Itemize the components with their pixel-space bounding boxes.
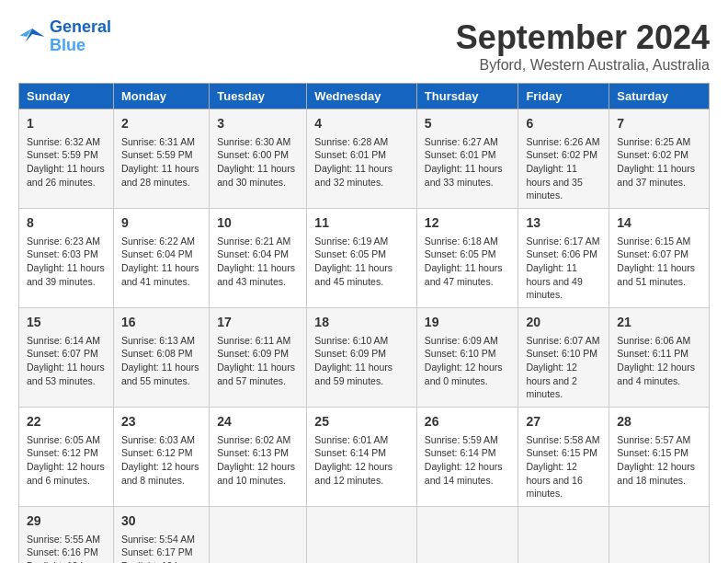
daylight: Daylight: 11 hours and 32 minutes. bbox=[314, 162, 409, 189]
day-number: 25 bbox=[314, 413, 409, 431]
day-info: Sunrise: 6:03 AM Sunset: 6:12 PM Dayligh… bbox=[121, 433, 201, 488]
sunrise: Sunrise: 6:22 AM bbox=[121, 235, 201, 248]
day-number: 30 bbox=[121, 512, 201, 531]
logo-text: General Blue bbox=[50, 18, 111, 55]
day-info: Sunrise: 6:17 AM Sunset: 6:06 PM Dayligh… bbox=[526, 235, 601, 302]
day-info: Sunrise: 5:57 AM Sunset: 6:15 PM Dayligh… bbox=[617, 433, 701, 488]
calendar-cell: 17 Sunrise: 6:11 AM Sunset: 6:09 PM Dayl… bbox=[210, 308, 307, 408]
sunset: Sunset: 6:05 PM bbox=[425, 247, 511, 261]
day-number: 7 bbox=[617, 115, 701, 133]
week-row-4: 22 Sunrise: 6:05 AM Sunset: 6:12 PM Dayl… bbox=[19, 408, 710, 507]
week-row-1: 1 Sunrise: 6:32 AM Sunset: 5:59 PM Dayli… bbox=[19, 109, 710, 209]
day-info: Sunrise: 5:59 AM Sunset: 6:14 PM Dayligh… bbox=[425, 433, 511, 488]
sunrise: Sunrise: 6:05 AM bbox=[27, 433, 106, 447]
calendar-cell: 19 Sunrise: 6:09 AM Sunset: 6:10 PM Dayl… bbox=[416, 308, 518, 408]
sunset: Sunset: 6:10 PM bbox=[425, 347, 511, 361]
col-monday: Monday bbox=[113, 84, 209, 109]
sunrise: Sunrise: 6:19 AM bbox=[314, 235, 409, 248]
svg-marker-0 bbox=[26, 29, 45, 42]
daylight: Daylight: 11 hours and 59 minutes. bbox=[314, 361, 409, 387]
calendar-cell: 5 Sunrise: 6:27 AM Sunset: 6:01 PM Dayli… bbox=[416, 109, 518, 209]
calendar-cell: 10 Sunrise: 6:21 AM Sunset: 6:04 PM Dayl… bbox=[210, 209, 307, 308]
sunset: Sunset: 6:15 PM bbox=[526, 446, 601, 460]
daylight: Daylight: 11 hours and 28 minutes. bbox=[121, 162, 201, 189]
calendar-cell: 3 Sunrise: 6:30 AM Sunset: 6:00 PM Dayli… bbox=[210, 109, 307, 209]
calendar-cell: 24 Sunrise: 6:02 AM Sunset: 6:13 PM Dayl… bbox=[210, 408, 307, 507]
calendar-cell: 7 Sunrise: 6:25 AM Sunset: 6:02 PM Dayli… bbox=[609, 109, 710, 209]
day-number: 6 bbox=[526, 115, 601, 133]
day-info: Sunrise: 6:27 AM Sunset: 6:01 PM Dayligh… bbox=[425, 135, 511, 190]
sunrise: Sunrise: 5:57 AM bbox=[617, 433, 701, 447]
daylight: Daylight: 12 hours and 16 minutes. bbox=[526, 460, 601, 500]
daylight: Daylight: 11 hours and 49 minutes. bbox=[526, 261, 601, 302]
day-number: 29 bbox=[27, 512, 106, 531]
day-info: Sunrise: 6:14 AM Sunset: 6:07 PM Dayligh… bbox=[27, 334, 106, 388]
calendar-cell: 18 Sunrise: 6:10 AM Sunset: 6:09 PM Dayl… bbox=[307, 308, 417, 408]
day-number: 27 bbox=[526, 413, 601, 431]
calendar-cell bbox=[609, 507, 710, 563]
sunrise: Sunrise: 6:13 AM bbox=[121, 334, 201, 348]
col-sunday: Sunday bbox=[19, 84, 114, 109]
day-number: 8 bbox=[27, 214, 106, 233]
sunset: Sunset: 6:09 PM bbox=[217, 347, 299, 361]
sunset: Sunset: 6:09 PM bbox=[314, 347, 409, 361]
day-info: Sunrise: 6:22 AM Sunset: 6:04 PM Dayligh… bbox=[121, 235, 201, 289]
sunrise: Sunrise: 6:01 AM bbox=[314, 433, 409, 447]
day-info: Sunrise: 6:09 AM Sunset: 6:10 PM Dayligh… bbox=[425, 334, 511, 388]
sunrise: Sunrise: 6:23 AM bbox=[27, 235, 106, 248]
page-header: General Blue September 2024 Byford, West… bbox=[18, 18, 710, 74]
sunset: Sunset: 6:08 PM bbox=[121, 347, 201, 361]
day-info: Sunrise: 6:21 AM Sunset: 6:04 PM Dayligh… bbox=[217, 235, 299, 289]
daylight: Daylight: 12 hours and 4 minutes. bbox=[617, 361, 701, 387]
day-number: 17 bbox=[217, 314, 299, 332]
calendar-cell: 14 Sunrise: 6:15 AM Sunset: 6:07 PM Dayl… bbox=[609, 209, 710, 308]
calendar-cell: 27 Sunrise: 5:58 AM Sunset: 6:15 PM Dayl… bbox=[518, 408, 609, 507]
day-number: 26 bbox=[425, 413, 511, 431]
day-info: Sunrise: 6:26 AM Sunset: 6:02 PM Dayligh… bbox=[526, 135, 601, 202]
daylight: Daylight: 12 hours and 2 minutes. bbox=[526, 361, 601, 401]
daylight: Daylight: 11 hours and 45 minutes. bbox=[314, 261, 409, 288]
daylight: Daylight: 11 hours and 30 minutes. bbox=[217, 162, 299, 189]
day-info: Sunrise: 6:28 AM Sunset: 6:01 PM Dayligh… bbox=[314, 135, 409, 190]
calendar-cell: 6 Sunrise: 6:26 AM Sunset: 6:02 PM Dayli… bbox=[518, 109, 609, 209]
sunrise: Sunrise: 6:06 AM bbox=[617, 334, 701, 348]
daylight: Daylight: 11 hours and 43 minutes. bbox=[217, 261, 299, 288]
sunrise: Sunrise: 6:10 AM bbox=[314, 334, 409, 348]
header-row: Sunday Monday Tuesday Wednesday Thursday… bbox=[19, 84, 710, 109]
calendar-table: Sunday Monday Tuesday Wednesday Thursday… bbox=[18, 83, 710, 563]
day-number: 9 bbox=[121, 214, 201, 233]
day-info: Sunrise: 6:07 AM Sunset: 6:10 PM Dayligh… bbox=[526, 334, 601, 401]
day-number: 5 bbox=[425, 115, 511, 133]
sunset: Sunset: 5:59 PM bbox=[121, 148, 201, 162]
day-number: 22 bbox=[27, 413, 106, 431]
sunset: Sunset: 5:59 PM bbox=[27, 148, 106, 162]
daylight: Daylight: 11 hours and 35 minutes. bbox=[526, 162, 601, 202]
col-friday: Friday bbox=[518, 84, 609, 109]
calendar-cell: 25 Sunrise: 6:01 AM Sunset: 6:14 PM Dayl… bbox=[307, 408, 417, 507]
calendar-cell: 11 Sunrise: 6:19 AM Sunset: 6:05 PM Dayl… bbox=[307, 209, 417, 308]
day-number: 13 bbox=[526, 214, 601, 233]
sunset: Sunset: 6:15 PM bbox=[617, 446, 701, 460]
day-number: 16 bbox=[121, 314, 201, 332]
daylight: Daylight: 11 hours and 57 minutes. bbox=[217, 361, 299, 387]
day-info: Sunrise: 6:11 AM Sunset: 6:09 PM Dayligh… bbox=[217, 334, 299, 388]
day-info: Sunrise: 6:06 AM Sunset: 6:11 PM Dayligh… bbox=[617, 334, 701, 388]
day-info: Sunrise: 5:58 AM Sunset: 6:15 PM Dayligh… bbox=[526, 433, 601, 500]
daylight: Daylight: 12 hours and 12 minutes. bbox=[314, 460, 409, 487]
week-row-2: 8 Sunrise: 6:23 AM Sunset: 6:03 PM Dayli… bbox=[19, 209, 710, 308]
daylight: Daylight: 12 hours and 10 minutes. bbox=[217, 460, 299, 487]
sunrise: Sunrise: 6:17 AM bbox=[526, 235, 601, 248]
subtitle: Byford, Western Australia, Australia bbox=[456, 57, 710, 74]
main-title: September 2024 bbox=[456, 18, 710, 57]
sunset: Sunset: 6:14 PM bbox=[425, 446, 511, 460]
sunset: Sunset: 6:12 PM bbox=[27, 446, 106, 460]
col-thursday: Thursday bbox=[416, 84, 518, 109]
sunrise: Sunrise: 6:25 AM bbox=[617, 135, 701, 149]
day-info: Sunrise: 6:25 AM Sunset: 6:02 PM Dayligh… bbox=[617, 135, 701, 190]
sunrise: Sunrise: 6:32 AM bbox=[27, 135, 106, 149]
daylight: Daylight: 11 hours and 53 minutes. bbox=[27, 361, 106, 387]
logo: General Blue bbox=[18, 18, 111, 55]
day-number: 14 bbox=[617, 214, 701, 233]
sunrise: Sunrise: 6:21 AM bbox=[217, 235, 299, 248]
daylight: Daylight: 12 hours and 6 minutes. bbox=[27, 460, 106, 487]
